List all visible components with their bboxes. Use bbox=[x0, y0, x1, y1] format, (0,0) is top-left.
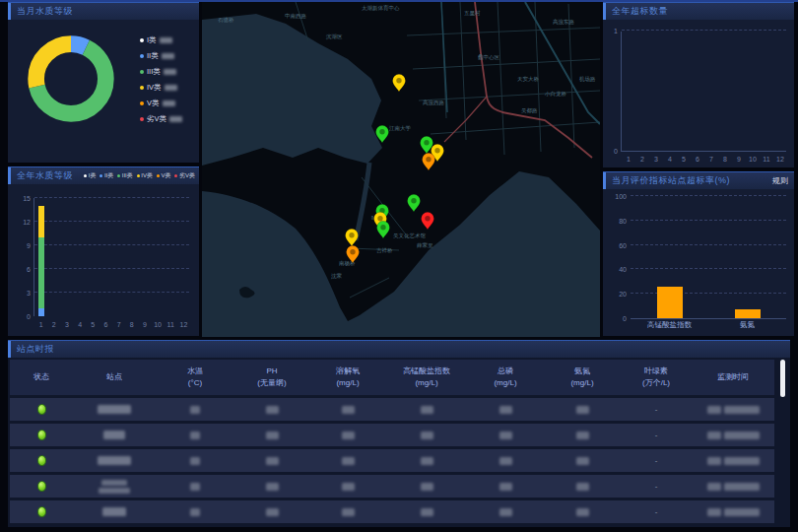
table-row[interactable]: - bbox=[10, 449, 774, 472]
redacted-block bbox=[724, 457, 760, 465]
panel-month-water-grade: 当月水质等级 I类II类III类IV类V类劣V类 bbox=[8, 2, 199, 163]
y-axis-tick: 6 bbox=[17, 266, 31, 273]
column-header: 站点 bbox=[73, 371, 156, 383]
cell-value-redacted bbox=[467, 483, 544, 491]
cell-value-redacted bbox=[386, 508, 467, 516]
x-axis-tick: 10 bbox=[746, 156, 760, 163]
stacked-bar-legend: I类II类III类IV类V类劣V类 bbox=[80, 171, 195, 180]
redacted-block bbox=[724, 508, 760, 516]
map-panel[interactable]: 石塘桥中南西路滨湖区太湖新体育中心五星村蠡中心区高浪东路高浪西路天安大桥机场路小… bbox=[202, 2, 600, 337]
redacted-block bbox=[266, 457, 279, 465]
cell-value-redacted bbox=[544, 483, 621, 491]
redacted-block bbox=[707, 483, 721, 491]
rule-link[interactable]: 规则 bbox=[772, 175, 788, 186]
cell-value-redacted bbox=[156, 432, 234, 439]
legend-dot bbox=[137, 174, 140, 177]
map-place-label: 太湖新体育中心 bbox=[362, 5, 400, 11]
table-row[interactable]: - bbox=[10, 398, 774, 421]
x-axis-tick: 3 bbox=[649, 156, 663, 163]
x-axis-tick: 7 bbox=[112, 321, 126, 328]
cell-station-redacted bbox=[73, 456, 156, 465]
legend-label: I类 bbox=[147, 35, 157, 45]
city-map[interactable]: 石塘桥中南西路滨湖区太湖新体育中心五星村蠡中心区高浪东路高浪西路天安大桥机场路小… bbox=[202, 2, 600, 337]
cell-time-redacted bbox=[692, 508, 774, 516]
legend-label: V类 bbox=[147, 99, 160, 108]
redacted-block bbox=[724, 483, 760, 491]
legend-item[interactable]: II类 bbox=[100, 171, 113, 180]
legend-item[interactable]: 劣V类 bbox=[174, 171, 195, 180]
map-place-label: 沈家 bbox=[331, 273, 343, 280]
y-axis-tick: 3 bbox=[17, 290, 31, 297]
x-axis-tick: 12 bbox=[176, 321, 190, 328]
panel-title: 全年水质等级 bbox=[17, 169, 73, 182]
legend-dot bbox=[174, 174, 177, 177]
x-axis-tick: 9 bbox=[732, 156, 746, 163]
cell-value-redacted bbox=[467, 508, 544, 516]
redacted-block bbox=[724, 432, 760, 439]
dash-value: - bbox=[655, 431, 658, 439]
legend-label: III类 bbox=[122, 171, 133, 180]
gridline bbox=[631, 268, 786, 269]
x-axis-tick: 9 bbox=[138, 321, 152, 328]
gridline bbox=[622, 30, 786, 31]
x-axis-tick: 7 bbox=[704, 156, 718, 163]
redacted-block bbox=[421, 483, 433, 491]
panel-title: 站点时报 bbox=[17, 343, 54, 356]
legend-item[interactable]: IV类 bbox=[137, 171, 153, 180]
redacted-block bbox=[499, 406, 512, 414]
legend-item[interactable]: II类 bbox=[140, 51, 182, 61]
legend-dot bbox=[84, 174, 87, 177]
cell-time-redacted bbox=[692, 457, 774, 465]
redacted-block bbox=[190, 406, 200, 414]
legend-dot bbox=[117, 174, 120, 177]
column-header: PH(无量纲) bbox=[234, 366, 309, 389]
cell-value-redacted bbox=[234, 432, 309, 439]
redacted-block bbox=[190, 483, 200, 491]
legend-item[interactable]: 劣V类 bbox=[140, 114, 182, 124]
x-axis-tick: 2 bbox=[47, 321, 61, 328]
cell-station-redacted bbox=[73, 431, 156, 439]
map-place-label: 吴文化艺术馆 bbox=[393, 233, 427, 239]
x-axis-tick: 4 bbox=[663, 156, 677, 163]
legend-label: V类 bbox=[161, 171, 170, 180]
gridline bbox=[34, 268, 189, 269]
redacted-block bbox=[342, 508, 355, 516]
legend-label: II类 bbox=[104, 171, 113, 180]
status-ok-dot bbox=[37, 506, 46, 517]
table-row[interactable]: - bbox=[10, 424, 774, 446]
status-ok-dot bbox=[37, 455, 46, 466]
redacted-block bbox=[266, 406, 279, 414]
legend-dot bbox=[140, 101, 144, 105]
dash-value: - bbox=[655, 482, 658, 491]
panel-title: 当月评价指标站点超标率(%) bbox=[612, 174, 730, 187]
legend-item[interactable]: V类 bbox=[140, 99, 182, 108]
panel-header: 全年超标数量 bbox=[603, 2, 794, 20]
status-ok-dot bbox=[37, 430, 46, 440]
redacted-block bbox=[707, 406, 721, 414]
legend-item[interactable]: V类 bbox=[157, 171, 171, 180]
cell-value-redacted bbox=[467, 432, 544, 439]
column-header: 监测时间 bbox=[692, 371, 774, 383]
map-place-label: 吴都路 bbox=[521, 107, 538, 114]
legend-dot bbox=[140, 54, 144, 58]
redacted-block bbox=[342, 406, 355, 414]
panel-title: 全年超标数量 bbox=[612, 5, 668, 18]
legend-item[interactable]: III类 bbox=[140, 67, 182, 77]
redacted-block bbox=[499, 457, 512, 465]
redacted-block bbox=[421, 432, 433, 439]
legend-item[interactable]: I类 bbox=[140, 35, 182, 45]
y-axis-tick: 1 bbox=[604, 28, 618, 34]
table-row[interactable]: - bbox=[10, 500, 774, 523]
gridline bbox=[34, 244, 189, 245]
table-scrollbar[interactable] bbox=[780, 360, 785, 397]
legend-item[interactable]: I类 bbox=[84, 171, 96, 180]
panel-month-exceed-rate: 当月评价指标站点超标率(%) 规则 020406080100高锰酸盐指数氨氮 bbox=[603, 171, 794, 336]
panel-header: 全年水质等级 I类II类III类IV类V类劣V类 bbox=[8, 166, 199, 184]
map-place-label: 蠡中心区 bbox=[478, 53, 500, 60]
table-row[interactable]: - bbox=[10, 475, 774, 498]
legend-label: IV类 bbox=[147, 83, 162, 93]
legend-item[interactable]: IV类 bbox=[140, 83, 182, 93]
redacted-block bbox=[421, 406, 433, 414]
redacted-block bbox=[98, 405, 131, 414]
legend-item[interactable]: III类 bbox=[117, 171, 133, 180]
